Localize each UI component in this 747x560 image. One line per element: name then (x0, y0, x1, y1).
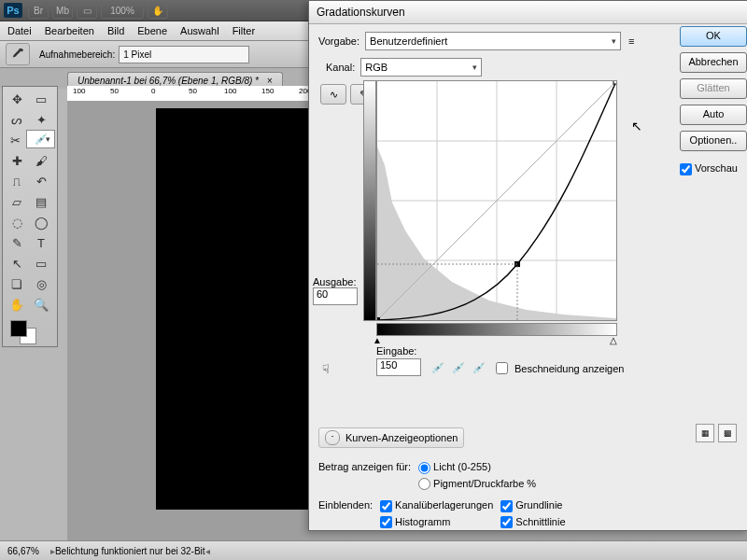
menu-ebene[interactable]: Ebene (137, 25, 167, 36)
white-slider[interactable]: △ (610, 335, 617, 345)
input-label: Eingabe: (376, 345, 421, 357)
amount-label: Betrag anzeigen für: (318, 461, 411, 472)
status-message: Belichtung funktioniert nur bei 32-Bit (55, 546, 205, 556)
brush-tool[interactable]: 🖌 (29, 150, 53, 171)
pen-tool[interactable]: ✎ (5, 232, 29, 253)
hand-tool[interactable]: ✋ (5, 294, 29, 315)
3d-tool[interactable]: ❏ (5, 273, 29, 294)
dialog-buttons: OK Abbrechen Glätten Auto Optionen.. Vor… (680, 26, 747, 175)
intersection-label: Schnittlinie (515, 516, 565, 527)
black-slider[interactable]: ▲ (373, 335, 382, 345)
type-tool[interactable]: T (29, 232, 53, 253)
current-tool-preview[interactable] (6, 43, 30, 65)
white-point-eyedropper[interactable]: 💉 (472, 360, 486, 375)
preset-select[interactable]: Benutzerdefiniert (365, 32, 621, 50)
shape-tool[interactable]: ▭ (29, 253, 53, 273)
status-bar: 66,67% ▸ Belichtung funktioniert nur bei… (0, 540, 747, 560)
menu-bild[interactable]: Bild (107, 25, 124, 36)
eraser-tool[interactable]: ▱ (5, 191, 29, 212)
ok-button[interactable]: OK (680, 26, 747, 47)
baseline-label: Grundlinie (515, 499, 562, 511)
eyedropper-tool[interactable]: 💉 (26, 130, 55, 148)
input-field[interactable]: 150 (376, 358, 421, 376)
channel-overlays-checkbox[interactable] (380, 500, 392, 512)
crop-tool[interactable]: ✂ (5, 130, 26, 150)
show-label: Einblenden: (318, 499, 373, 528)
screenmode-icon[interactable]: ▭ (77, 2, 97, 19)
auto-button[interactable]: Auto (680, 105, 747, 125)
zoom-tool[interactable]: 🔍 (29, 294, 53, 315)
menu-bearbeiten[interactable]: Bearbeiten (45, 25, 94, 36)
preset-menu-icon[interactable]: ≡ (628, 35, 634, 47)
stamp-tool[interactable]: ⎍ (5, 171, 29, 191)
curve-point-shadow[interactable] (377, 317, 380, 320)
app-logo: Ps (4, 3, 22, 18)
sample-size-select[interactable]: 1 Pixel (119, 46, 249, 63)
blur-tool[interactable]: ◌ (5, 212, 29, 232)
status-zoom[interactable]: 66,67% (7, 546, 39, 556)
heal-tool[interactable]: ✚ (5, 150, 29, 171)
input-gradient (376, 323, 617, 336)
smooth-button[interactable]: Glätten (680, 78, 747, 99)
histogram-checkbox[interactable] (380, 516, 392, 528)
channel-label: Kanal: (326, 62, 355, 73)
options-button[interactable]: Optionen.. (680, 131, 747, 151)
baseline-checkbox[interactable] (500, 500, 513, 512)
channel-select[interactable]: RGB (360, 58, 482, 77)
bridge-icon[interactable]: Br (28, 2, 49, 19)
show-clipping-label: Beschneidung anzeigen (514, 363, 624, 374)
preview-checkbox[interactable] (680, 163, 692, 175)
hand-icon[interactable]: ✋ (148, 2, 168, 19)
minibridge-icon[interactable]: Mb (52, 2, 73, 19)
histogram-label: Histogramm (395, 516, 450, 527)
curve-point-mode[interactable]: ∿ (320, 84, 346, 105)
gradient-tool[interactable]: ▤ (29, 191, 53, 212)
grid-coarse-icon[interactable]: ▦ (696, 424, 714, 442)
output-label: Ausgabe: (313, 276, 358, 287)
lasso-tool[interactable]: ᔕ (5, 109, 29, 130)
menu-filter[interactable]: Filter (233, 25, 255, 36)
eyedropper-icon (11, 48, 24, 61)
menu-auswahl[interactable]: Auswahl (180, 25, 219, 36)
show-clipping-checkbox[interactable] (496, 362, 508, 374)
history-brush-tool[interactable]: ↶ (29, 171, 53, 191)
grid-fine-icon[interactable]: ▩ (718, 424, 737, 442)
amount-light-label: Licht (0-255) (433, 461, 491, 472)
close-tab-icon[interactable]: × (267, 76, 273, 86)
on-image-adjust-icon[interactable]: ☟ (322, 362, 330, 376)
menu-datei[interactable]: Datei (7, 25, 32, 36)
path-tool[interactable]: ↖ (5, 253, 29, 273)
preview-label: Vorschau (695, 162, 738, 174)
chevron-up-icon: ˆ (325, 430, 340, 445)
wand-tool[interactable]: ✦ (29, 109, 53, 130)
marquee-tool[interactable]: ▭ (29, 89, 53, 109)
dodge-tool[interactable]: ◯ (29, 212, 53, 232)
zoom-select[interactable]: 100% (101, 2, 144, 19)
display-options-expander[interactable]: ˆ Kurven-Anzeigeoptionen (318, 427, 464, 448)
output-gradient (363, 80, 376, 321)
curve-graph[interactable] (376, 80, 617, 321)
black-point-eyedropper[interactable]: 💉 (430, 360, 445, 375)
preset-label: Vorgabe: (318, 35, 359, 47)
curve-point-highlight[interactable] (613, 81, 616, 84)
amount-pigment-label: Pigment/Druckfarbe % (433, 478, 536, 489)
amount-pigment-radio[interactable] (418, 478, 430, 490)
color-swatches[interactable] (5, 318, 55, 344)
camera-tool[interactable]: ◎ (29, 273, 53, 294)
channel-overlays-label: Kanalüberlagerungen (395, 499, 493, 511)
output-field[interactable]: 60 (313, 287, 358, 305)
intersection-checkbox[interactable] (500, 516, 513, 528)
move-tool[interactable]: ✥ (5, 89, 29, 109)
gray-point-eyedropper[interactable]: 💉 (451, 360, 466, 375)
toolbox: ✥▭ ᔕ✦ ✂💉 ✚🖌 ⎍↶ ▱▤ ◌◯ ✎T ↖▭ ❏◎ ✋🔍 (2, 86, 58, 347)
cancel-button[interactable]: Abbrechen (680, 52, 747, 73)
dialog-titlebar[interactable]: Gradationskurven (309, 1, 747, 24)
amount-light-radio[interactable] (418, 462, 430, 474)
sample-size-label: Aufnahmebereich: (39, 49, 115, 60)
